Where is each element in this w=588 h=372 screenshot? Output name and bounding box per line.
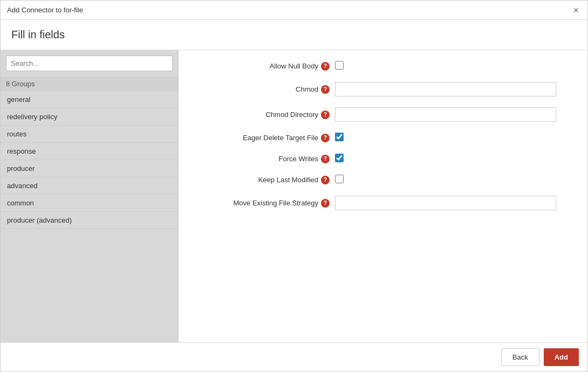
field-row-eager-delete-target-file: Eager Delete Target File ? <box>200 133 566 143</box>
dialog-heading: Fill in fields <box>1 20 587 50</box>
field-control-allow-null-body <box>335 61 566 71</box>
field-label-chmod-directory: Chmod Directory ? <box>200 111 335 119</box>
search-input[interactable] <box>6 56 173 71</box>
allow-null-body-checkbox[interactable] <box>335 61 344 70</box>
field-row-move-existing-file-strategy: Move Existing File Strategy ? <box>200 196 566 210</box>
field-label-force-writes: Force Writes ? <box>200 155 335 163</box>
field-label-allow-null-body: Allow Null Body ? <box>200 62 335 71</box>
chmod-help-icon[interactable]: ? <box>321 85 330 94</box>
field-row-chmod: Chmod ? <box>200 82 566 97</box>
field-control-keep-last-modified <box>335 175 566 185</box>
field-control-force-writes <box>335 154 566 164</box>
force-writes-label-text: Force Writes <box>279 155 318 163</box>
chmod-input[interactable] <box>335 82 556 97</box>
dialog: Add Connector to for-file × Fill in fiel… <box>0 0 588 372</box>
chmod-label-text: Chmod <box>296 85 318 93</box>
dialog-titlebar: Add Connector to for-file × <box>1 1 587 20</box>
main-content: Allow Null Body ? Chmod ? <box>179 50 587 342</box>
force-writes-help-icon[interactable]: ? <box>321 155 330 163</box>
field-control-chmod <box>335 82 566 97</box>
allow-null-body-help-icon[interactable]: ? <box>321 62 330 71</box>
keep-last-modified-label-text: Keep Last Modified <box>258 176 318 184</box>
field-control-move-existing-file-strategy <box>335 196 566 210</box>
field-label-chmod: Chmod ? <box>200 85 335 94</box>
field-control-eager-delete-target-file <box>335 133 566 143</box>
sidebar-item-producer-advanced[interactable]: producer (advanced) <box>1 212 178 229</box>
page-heading: Fill in fields <box>11 29 577 41</box>
field-row-keep-last-modified: Keep Last Modified ? <box>200 175 566 185</box>
keep-last-modified-checkbox[interactable] <box>335 175 344 183</box>
search-container <box>1 50 178 77</box>
close-button[interactable]: × <box>571 5 581 15</box>
sidebar-item-advanced[interactable]: advanced <box>1 177 178 195</box>
field-row-chmod-directory: Chmod Directory ? <box>200 107 566 122</box>
field-label-keep-last-modified: Keep Last Modified ? <box>200 176 335 184</box>
chmod-directory-help-icon[interactable]: ? <box>321 111 330 119</box>
field-control-chmod-directory <box>335 107 566 122</box>
sidebar-item-producer[interactable]: producer <box>1 160 178 177</box>
field-label-move-existing-file-strategy: Move Existing File Strategy ? <box>200 199 335 208</box>
field-row-allow-null-body: Allow Null Body ? <box>200 61 566 71</box>
sidebar: 8 Groups general redelivery policy route… <box>1 50 179 342</box>
field-row-force-writes: Force Writes ? <box>200 154 566 164</box>
sidebar-item-general[interactable]: general <box>1 91 178 108</box>
chmod-directory-label-text: Chmod Directory <box>265 111 318 119</box>
sidebar-item-routes[interactable]: routes <box>1 126 178 143</box>
move-existing-file-strategy-input[interactable] <box>335 196 556 210</box>
dialog-body: 8 Groups general redelivery policy route… <box>1 50 587 342</box>
allow-null-body-label-text: Allow Null Body <box>270 62 318 70</box>
sidebar-item-redelivery-policy[interactable]: redelivery policy <box>1 108 178 126</box>
nav-list: general redelivery policy routes respons… <box>1 91 178 229</box>
groups-label: 8 Groups <box>1 77 178 91</box>
dialog-title: Add Connector to for-file <box>7 6 83 14</box>
eager-delete-target-file-checkbox[interactable] <box>335 133 344 141</box>
chmod-directory-input[interactable] <box>335 107 556 122</box>
field-label-eager-delete-target-file: Eager Delete Target File ? <box>200 134 335 142</box>
sidebar-bottom <box>1 229 178 342</box>
sidebar-item-common[interactable]: common <box>1 195 178 212</box>
eager-delete-target-file-label-text: Eager Delete Target File <box>243 134 318 142</box>
move-existing-file-strategy-label-text: Move Existing File Strategy <box>233 199 318 207</box>
eager-delete-target-file-help-icon[interactable]: ? <box>321 134 330 142</box>
dialog-footer: Back Add <box>1 342 587 371</box>
force-writes-checkbox[interactable] <box>335 154 344 162</box>
back-button[interactable]: Back <box>501 348 539 366</box>
keep-last-modified-help-icon[interactable]: ? <box>321 176 330 184</box>
add-button[interactable]: Add <box>544 348 579 366</box>
move-existing-file-strategy-help-icon[interactable]: ? <box>321 199 330 208</box>
sidebar-item-response[interactable]: response <box>1 143 178 160</box>
